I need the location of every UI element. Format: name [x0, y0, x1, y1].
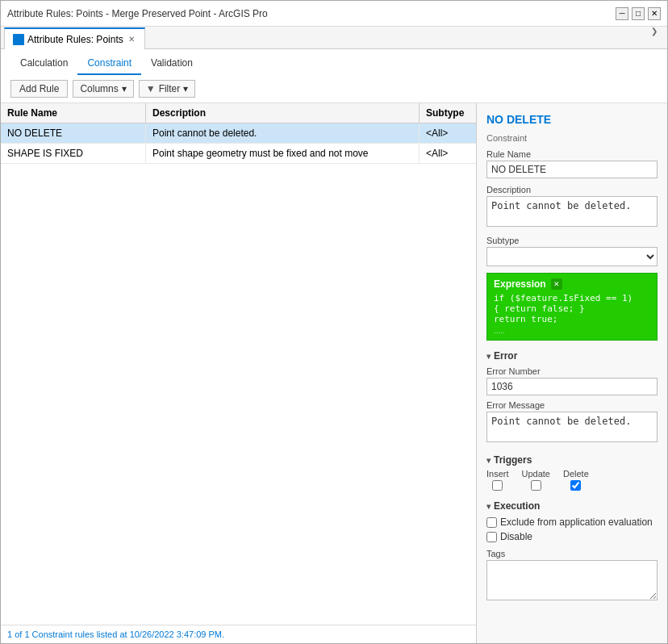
error-section-header[interactable]: ▾ Error [486, 350, 658, 362]
rule-name-label: Rule Name [486, 149, 658, 159]
action-toolbar: Add Rule Columns ▾ ▼ Filter ▾ [1, 75, 667, 103]
minimize-button[interactable]: ─ [616, 7, 628, 20]
col-header-subtype: Subtype [420, 103, 476, 123]
error-message-field: Error Message Point cannot be deleted. [486, 400, 658, 445]
error-message-input[interactable]: Point cannot be deleted. [486, 412, 658, 442]
error-section: ▾ Error Error Number Error Message Point… [486, 347, 658, 445]
trigger-insert-label: Insert [486, 469, 509, 479]
filter-label: Filter [159, 83, 181, 94]
execution-section-label: Execution [494, 500, 540, 512]
tab-overflow-chevron[interactable]: ❯ [651, 27, 664, 48]
triggers-chevron-icon: ▾ [486, 456, 491, 465]
subtype-label: Subtype [486, 236, 658, 245]
tab-icon [13, 34, 24, 45]
error-section-label: Error [494, 350, 517, 362]
subtype-select[interactable] [486, 247, 658, 266]
close-button[interactable]: ✕ [648, 7, 661, 20]
title-bar-controls: ─ □ ✕ [616, 7, 661, 20]
tab-validation[interactable]: Validation [141, 54, 202, 75]
filter-button[interactable]: ▼ Filter ▾ [139, 80, 196, 98]
title-bar-left: Attribute Rules: Points - Merge Preserve… [7, 8, 268, 19]
table-footer: 1 of 1 Constraint rules listed at 10/26/… [1, 625, 476, 643]
attribute-rules-tab[interactable]: Attribute Rules: Points ✕ [4, 27, 145, 49]
trigger-delete-item: Delete [563, 469, 589, 491]
cell-subtype: <All> [420, 144, 476, 163]
execution-chevron-icon: ▾ [486, 502, 491, 511]
trigger-update-checkbox[interactable] [531, 480, 541, 491]
add-rule-button[interactable]: Add Rule [10, 80, 68, 98]
trigger-insert-item: Insert [486, 469, 509, 491]
table-body: ➤ NO DELETE Point cannot be deleted. <Al… [1, 123, 476, 625]
col-header-rule-name: Rule Name [1, 103, 146, 123]
maximize-button[interactable]: □ [632, 7, 645, 20]
filter-dropdown-arrow: ▾ [183, 83, 188, 94]
columns-dropdown-arrow: ▾ [122, 83, 127, 94]
tags-input[interactable] [486, 560, 658, 600]
expression-code[interactable]: if ($feature.IsFixed == 1) { return fals… [494, 293, 650, 324]
error-chevron-icon: ▾ [486, 352, 491, 361]
table-row[interactable]: SHAPE IS FIXED Point shape geometry must… [1, 144, 476, 164]
detail-title: NO DELETE [486, 113, 658, 126]
disable-option: Disable [486, 531, 658, 542]
triggers-section: ▾ Triggers Insert Update Delete [486, 451, 658, 491]
main-content: Rule Name Description Subtype ➤ NO DELET… [1, 103, 667, 643]
table-header: Rule Name Description Subtype [1, 103, 476, 123]
cell-description: Point shape geometry must be fixed and n… [146, 144, 420, 163]
table-row[interactable]: ➤ NO DELETE Point cannot be deleted. <Al… [1, 123, 476, 144]
cell-rule-name: NO DELETE [1, 123, 146, 143]
description-field: Description Point cannot be deleted. [486, 185, 658, 229]
triggers-section-header[interactable]: ▾ Triggers [486, 454, 658, 466]
col-header-description: Description [146, 103, 420, 123]
expression-close-button[interactable]: ✕ [551, 278, 562, 290]
exclude-checkbox[interactable] [486, 517, 497, 528]
title-bar: Attribute Rules: Points - Merge Preserve… [1, 1, 667, 27]
description-label: Description [486, 185, 658, 194]
columns-button[interactable]: Columns ▾ [73, 80, 133, 98]
tags-field: Tags [486, 549, 658, 603]
cell-subtype: <All> [420, 123, 476, 143]
expression-dots: ..... [494, 326, 650, 335]
trigger-update-item: Update [522, 469, 550, 491]
tab-close-button[interactable]: ✕ [127, 35, 136, 44]
main-window: Attribute Rules: Points - Merge Preserve… [0, 0, 668, 644]
subtype-field: Subtype [486, 236, 658, 266]
right-panel: NO DELETE Constraint Rule Name Descripti… [477, 103, 667, 643]
description-input[interactable]: Point cannot be deleted. [486, 196, 658, 227]
left-panel: Rule Name Description Subtype ➤ NO DELET… [1, 103, 477, 643]
expression-header: Expression ✕ [494, 278, 650, 290]
trigger-update-label: Update [522, 469, 550, 479]
tab-calculation[interactable]: Calculation [10, 54, 77, 75]
error-number-input[interactable] [486, 378, 658, 395]
trigger-insert-checkbox[interactable] [492, 480, 503, 491]
window-title: Attribute Rules: Points - Merge Preserve… [7, 8, 268, 19]
execution-options: Exclude from application evaluation Disa… [486, 516, 658, 542]
rule-name-input[interactable] [486, 161, 658, 178]
triggers-section-label: Triggers [494, 454, 532, 466]
expression-label: Expression [494, 278, 546, 290]
expression-box: Expression ✕ if ($feature.IsFixed == 1) … [486, 273, 658, 341]
exclude-label: Exclude from application evaluation [500, 516, 653, 528]
execution-section: ▾ Execution Exclude from application eva… [486, 497, 658, 542]
tab-bar: Attribute Rules: Points ✕ ❯ [1, 27, 667, 49]
disable-label: Disable [500, 531, 532, 542]
rule-name-field: Rule Name [486, 149, 658, 178]
cell-description: Point cannot be deleted. [146, 123, 420, 143]
disable-checkbox[interactable] [486, 532, 497, 542]
error-message-label: Error Message [486, 400, 658, 410]
execution-section-header[interactable]: ▾ Execution [486, 500, 658, 512]
detail-subtitle: Constraint [486, 133, 658, 143]
exclude-option: Exclude from application evaluation [486, 516, 658, 528]
cell-rule-name: SHAPE IS FIXED [1, 144, 146, 163]
nav-tabs: Calculation Constraint Validation [1, 49, 667, 75]
error-number-field: Error Number [486, 366, 658, 395]
tags-label: Tags [486, 549, 658, 558]
triggers-checkboxes: Insert Update Delete [486, 469, 658, 491]
tab-constraint[interactable]: Constraint [77, 54, 141, 75]
columns-label: Columns [80, 83, 118, 94]
trigger-delete-label: Delete [563, 469, 589, 479]
error-number-label: Error Number [486, 366, 658, 376]
trigger-delete-checkbox[interactable] [570, 480, 581, 491]
tab-label: Attribute Rules: Points [27, 34, 123, 45]
filter-icon: ▼ [146, 83, 156, 94]
